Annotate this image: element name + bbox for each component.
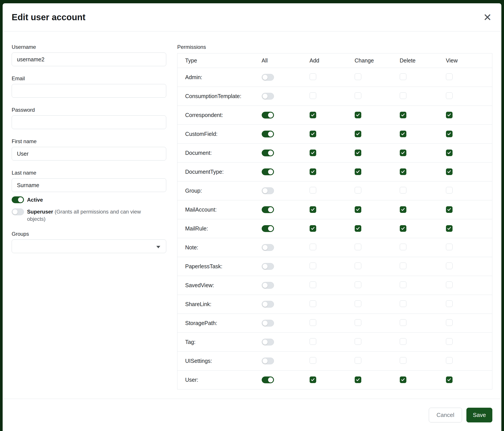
view-checkbox[interactable] xyxy=(446,244,452,250)
add-checkbox[interactable] xyxy=(310,112,316,118)
view-checkbox[interactable] xyxy=(446,206,452,213)
add-checkbox[interactable] xyxy=(310,131,316,137)
view-checkbox[interactable] xyxy=(446,262,452,269)
username-input[interactable] xyxy=(12,53,166,66)
user-form: Username Email Password First name Last … xyxy=(12,44,166,399)
delete-checkbox[interactable] xyxy=(400,281,406,288)
delete-checkbox[interactable] xyxy=(400,377,406,383)
view-checkbox[interactable] xyxy=(446,150,452,156)
all-toggle[interactable] xyxy=(262,339,274,345)
delete-checkbox[interactable] xyxy=(400,206,406,213)
change-checkbox[interactable] xyxy=(355,206,361,213)
all-toggle[interactable] xyxy=(262,263,274,270)
superuser-toggle[interactable] xyxy=(12,208,24,215)
view-checkbox[interactable] xyxy=(446,73,452,80)
add-checkbox[interactable] xyxy=(310,377,316,383)
add-checkbox[interactable] xyxy=(310,300,316,307)
add-checkbox[interactable] xyxy=(310,281,316,288)
email-input[interactable] xyxy=(12,84,166,98)
change-checkbox[interactable] xyxy=(355,112,361,118)
change-checkbox[interactable] xyxy=(355,150,361,156)
delete-checkbox[interactable] xyxy=(400,262,406,269)
delete-checkbox[interactable] xyxy=(400,187,406,194)
all-toggle[interactable] xyxy=(262,169,274,175)
all-toggle[interactable] xyxy=(262,93,274,100)
all-toggle[interactable] xyxy=(262,187,274,194)
all-toggle[interactable] xyxy=(262,282,274,289)
add-checkbox[interactable] xyxy=(310,187,316,194)
add-checkbox[interactable] xyxy=(310,338,316,345)
change-checkbox[interactable] xyxy=(355,169,361,175)
all-toggle[interactable] xyxy=(262,358,274,364)
delete-checkbox[interactable] xyxy=(400,73,406,80)
view-checkbox[interactable] xyxy=(446,131,452,137)
view-checkbox[interactable] xyxy=(446,319,452,326)
change-checkbox[interactable] xyxy=(355,131,361,137)
view-checkbox[interactable] xyxy=(446,338,452,345)
all-toggle[interactable] xyxy=(262,206,274,213)
delete-checkbox[interactable] xyxy=(400,338,406,345)
caret-down-icon xyxy=(156,246,160,248)
change-checkbox[interactable] xyxy=(355,300,361,307)
change-checkbox[interactable] xyxy=(355,92,361,99)
view-checkbox[interactable] xyxy=(446,112,452,118)
view-checkbox[interactable] xyxy=(446,281,452,288)
delete-checkbox[interactable] xyxy=(400,357,406,364)
add-checkbox[interactable] xyxy=(310,357,316,364)
all-toggle[interactable] xyxy=(262,377,274,383)
delete-checkbox[interactable] xyxy=(400,244,406,250)
add-checkbox[interactable] xyxy=(310,150,316,156)
all-toggle[interactable] xyxy=(262,131,274,137)
cancel-button[interactable]: Cancel xyxy=(429,408,462,422)
delete-checkbox[interactable] xyxy=(400,150,406,156)
view-checkbox[interactable] xyxy=(446,225,452,232)
groups-select[interactable] xyxy=(12,240,166,253)
all-toggle[interactable] xyxy=(262,150,274,156)
add-checkbox[interactable] xyxy=(310,169,316,175)
save-button[interactable]: Save xyxy=(466,408,492,422)
change-checkbox[interactable] xyxy=(355,187,361,194)
close-button[interactable]: ✕ xyxy=(483,12,492,22)
all-toggle[interactable] xyxy=(262,244,274,251)
delete-checkbox[interactable] xyxy=(400,169,406,175)
change-checkbox[interactable] xyxy=(355,244,361,250)
first-name-input[interactable] xyxy=(12,147,166,161)
delete-checkbox[interactable] xyxy=(400,131,406,137)
all-toggle[interactable] xyxy=(262,225,274,232)
add-checkbox[interactable] xyxy=(310,73,316,80)
check-icon xyxy=(401,377,405,382)
active-toggle[interactable] xyxy=(12,196,24,203)
change-checkbox[interactable] xyxy=(355,281,361,288)
add-checkbox[interactable] xyxy=(310,319,316,326)
delete-checkbox[interactable] xyxy=(400,319,406,326)
add-checkbox[interactable] xyxy=(310,262,316,269)
delete-checkbox[interactable] xyxy=(400,300,406,307)
view-checkbox[interactable] xyxy=(446,169,452,175)
view-checkbox[interactable] xyxy=(446,300,452,307)
all-toggle[interactable] xyxy=(262,74,274,81)
add-checkbox[interactable] xyxy=(310,206,316,213)
all-toggle[interactable] xyxy=(262,320,274,327)
change-checkbox[interactable] xyxy=(355,73,361,80)
view-checkbox[interactable] xyxy=(446,92,452,99)
password-input[interactable] xyxy=(12,116,166,129)
view-checkbox[interactable] xyxy=(446,377,452,383)
change-checkbox[interactable] xyxy=(355,357,361,364)
add-checkbox[interactable] xyxy=(310,92,316,99)
delete-checkbox[interactable] xyxy=(400,92,406,99)
delete-checkbox[interactable] xyxy=(400,112,406,118)
change-checkbox[interactable] xyxy=(355,225,361,232)
change-checkbox[interactable] xyxy=(355,319,361,326)
all-toggle[interactable] xyxy=(262,301,274,308)
change-checkbox[interactable] xyxy=(355,338,361,345)
delete-checkbox[interactable] xyxy=(400,225,406,232)
change-checkbox[interactable] xyxy=(355,262,361,269)
change-checkbox[interactable] xyxy=(355,377,361,383)
last-name-input[interactable] xyxy=(12,178,166,192)
add-checkbox[interactable] xyxy=(310,225,316,232)
view-checkbox[interactable] xyxy=(446,187,452,194)
all-toggle[interactable] xyxy=(262,112,274,118)
view-checkbox[interactable] xyxy=(446,357,452,364)
add-checkbox[interactable] xyxy=(310,244,316,250)
toggle-knob xyxy=(18,197,23,202)
